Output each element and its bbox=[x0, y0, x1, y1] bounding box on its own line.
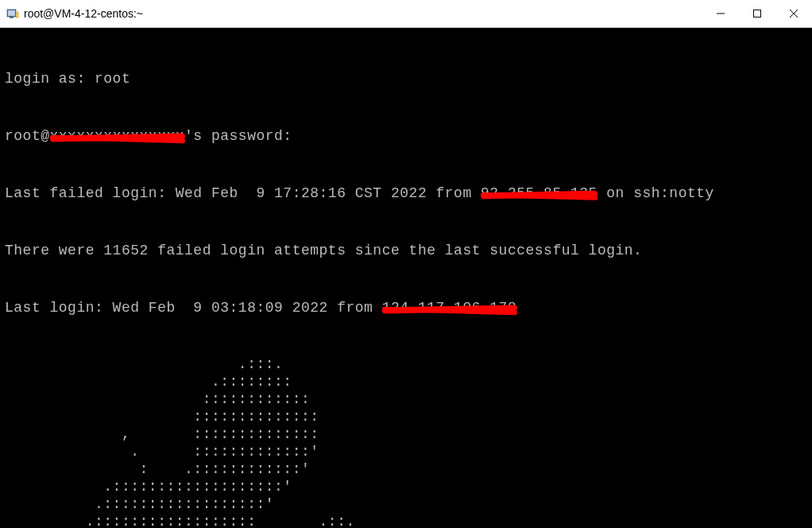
last-failed-suffix: on ssh:notty bbox=[597, 185, 714, 201]
last-failed-line: Last failed login: Wed Feb 9 17:28:16 CS… bbox=[5, 184, 807, 203]
failed-attempts-line: There were 11652 failed login attempts s… bbox=[5, 241, 807, 260]
password-suffix: 's password: bbox=[184, 128, 292, 144]
title-bar: root@VM-4-12-centos:~ bbox=[0, 0, 812, 28]
ascii-art-motd: .:::. .:::::::: :::::::::::: :::::::::::… bbox=[5, 355, 807, 528]
window-title: root@VM-4-12-centos:~ bbox=[24, 7, 143, 20]
redacted-ip-2: 124.117.106.178 bbox=[382, 298, 517, 317]
minimize-button[interactable] bbox=[702, 0, 739, 27]
svg-rect-1 bbox=[8, 10, 15, 16]
last-login-prefix: Last login: Wed Feb 9 03:18:09 2022 from bbox=[5, 300, 382, 316]
close-button[interactable] bbox=[775, 0, 812, 27]
title-left: root@VM-4-12-centos:~ bbox=[6, 7, 143, 20]
last-failed-prefix: Last failed login: Wed Feb 9 17:28:16 CS… bbox=[5, 185, 481, 201]
last-login-line: Last login: Wed Feb 9 03:18:09 2022 from… bbox=[5, 298, 807, 317]
redacted-ip-1: 92.255.85.135 bbox=[481, 184, 597, 203]
terminal[interactable]: login as: root root@xxxxxxxxxxxxxxx's pa… bbox=[0, 28, 812, 528]
svg-rect-5 bbox=[754, 10, 761, 17]
svg-rect-2 bbox=[16, 12, 18, 17]
redacted-host: xxxxxxxxxxxxxxx bbox=[50, 126, 185, 146]
root-at: root@ bbox=[5, 128, 50, 144]
maximize-button[interactable] bbox=[739, 0, 775, 27]
login-as-line: login as: root bbox=[5, 69, 807, 88]
putty-icon bbox=[6, 7, 19, 20]
password-line: root@xxxxxxxxxxxxxxx's password: bbox=[5, 126, 807, 146]
window-controls bbox=[702, 0, 812, 27]
